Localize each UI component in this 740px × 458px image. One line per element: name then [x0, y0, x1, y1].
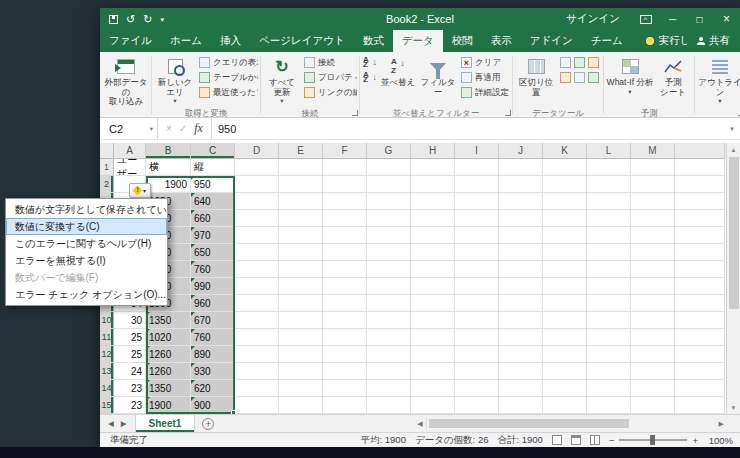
cell-J15[interactable]: [499, 397, 543, 414]
cell-C8[interactable]: 990: [191, 278, 235, 295]
cell-I12[interactable]: [455, 346, 499, 363]
sheet-prev-icon[interactable]: ◀: [108, 419, 114, 428]
new-sheet-button[interactable]: +: [195, 415, 221, 432]
cell-I13[interactable]: [455, 363, 499, 380]
cell-I14[interactable]: [455, 380, 499, 397]
cell-C2[interactable]: 950: [191, 176, 235, 193]
cell-overflow7[interactable]: [675, 261, 725, 278]
cell-H9[interactable]: [411, 295, 455, 312]
cell-L9[interactable]: [587, 295, 631, 312]
cell-I10[interactable]: [455, 312, 499, 329]
cell-G12[interactable]: [367, 346, 411, 363]
cell-C10[interactable]: 670: [191, 312, 235, 329]
row-header-11[interactable]: 11: [100, 329, 114, 346]
tab-add-ins[interactable]: アドイン: [521, 30, 582, 52]
zoom-in-icon[interactable]: +: [692, 435, 698, 446]
menu-item-convert-to-number[interactable]: 数値に変換する(C): [6, 218, 167, 235]
cell-G5[interactable]: [367, 227, 411, 244]
cell-A14[interactable]: 23: [114, 380, 146, 397]
row-header-14[interactable]: 14: [100, 380, 114, 397]
row-header-1[interactable]: 1: [100, 159, 114, 176]
cancel-icon[interactable]: ×: [166, 123, 172, 134]
vertical-scroll-thumb[interactable]: [729, 157, 739, 309]
menu-item-help-on-error[interactable]: このエラーに関するヘルプ(H): [6, 235, 167, 252]
cell-F13[interactable]: [323, 363, 367, 380]
cell-E11[interactable]: [279, 329, 323, 346]
cell-G11[interactable]: [367, 329, 411, 346]
cell-K7[interactable]: [543, 261, 587, 278]
column-header-E[interactable]: E: [279, 143, 323, 159]
cell-overflow5[interactable]: [675, 227, 725, 244]
cell-H10[interactable]: [411, 312, 455, 329]
cell-K10[interactable]: [543, 312, 587, 329]
zoom-slider-thumb[interactable]: [650, 435, 655, 445]
cell-L10[interactable]: [587, 312, 631, 329]
cell-E2[interactable]: [279, 176, 323, 193]
horizontal-scroll-track[interactable]: [426, 418, 716, 429]
row-header-10[interactable]: 10: [100, 312, 114, 329]
zoom-out-icon[interactable]: −: [609, 435, 615, 446]
cell-J3[interactable]: [499, 193, 543, 210]
column-header-overflow[interactable]: [675, 143, 725, 159]
cell-L3[interactable]: [587, 193, 631, 210]
cell-I15[interactable]: [455, 397, 499, 414]
cell-overflow12[interactable]: [675, 346, 725, 363]
cell-overflow11[interactable]: [675, 329, 725, 346]
cell-K2[interactable]: [543, 176, 587, 193]
cell-D6[interactable]: [235, 244, 279, 261]
cell-I3[interactable]: [455, 193, 499, 210]
cell-D10[interactable]: [235, 312, 279, 329]
cell-I2[interactable]: [455, 176, 499, 193]
error-options-button[interactable]: ▾: [129, 183, 151, 198]
row-header-13[interactable]: 13: [100, 363, 114, 380]
cell-K4[interactable]: [543, 210, 587, 227]
cell-M9[interactable]: [631, 295, 675, 312]
cell-E1[interactable]: [279, 159, 323, 176]
cell-D9[interactable]: [235, 295, 279, 312]
cell-C3[interactable]: 640: [191, 193, 235, 210]
cell-D7[interactable]: [235, 261, 279, 278]
cell-C4[interactable]: 660: [191, 210, 235, 227]
cell-A10[interactable]: 30: [114, 312, 146, 329]
cell-J10[interactable]: [499, 312, 543, 329]
cell-J12[interactable]: [499, 346, 543, 363]
tab-formulas[interactable]: 数式: [354, 30, 393, 52]
cell-L1[interactable]: [587, 159, 631, 176]
cell-overflow2[interactable]: [675, 176, 725, 193]
cell-D4[interactable]: [235, 210, 279, 227]
cell-D5[interactable]: [235, 227, 279, 244]
cell-K5[interactable]: [543, 227, 587, 244]
cell-H3[interactable]: [411, 193, 455, 210]
text-to-columns-button[interactable]: 区切り位置: [515, 54, 557, 108]
from-table-button[interactable]: テーブルから: [198, 70, 258, 85]
horizontal-scrollbar[interactable]: ◀ ▶: [417, 415, 740, 432]
cell-K15[interactable]: [543, 397, 587, 414]
cell-H14[interactable]: [411, 380, 455, 397]
cell-H11[interactable]: [411, 329, 455, 346]
cell-overflow15[interactable]: [675, 397, 725, 414]
cell-J13[interactable]: [499, 363, 543, 380]
cell-G13[interactable]: [367, 363, 411, 380]
cell-overflow6[interactable]: [675, 244, 725, 261]
column-header-J[interactable]: J: [499, 143, 543, 159]
cell-M11[interactable]: [631, 329, 675, 346]
cell-A13[interactable]: 24: [114, 363, 146, 380]
cell-K6[interactable]: [543, 244, 587, 261]
cell-M8[interactable]: [631, 278, 675, 295]
cell-K1[interactable]: [543, 159, 587, 176]
cell-L7[interactable]: [587, 261, 631, 278]
cell-M13[interactable]: [631, 363, 675, 380]
hscroll-right-icon[interactable]: ▶: [719, 420, 724, 428]
cell-B14[interactable]: 1350: [146, 380, 191, 397]
cell-D12[interactable]: [235, 346, 279, 363]
sort-descending-button[interactable]: ↓: [362, 70, 378, 85]
cell-C13[interactable]: 930: [191, 363, 235, 380]
cell-F2[interactable]: [323, 176, 367, 193]
cell-G9[interactable]: [367, 295, 411, 312]
column-header-L[interactable]: L: [587, 143, 631, 159]
cell-A11[interactable]: 25: [114, 329, 146, 346]
column-header-C[interactable]: C: [191, 143, 235, 159]
cell-overflow10[interactable]: [675, 312, 725, 329]
cell-K14[interactable]: [543, 380, 587, 397]
cell-I7[interactable]: [455, 261, 499, 278]
